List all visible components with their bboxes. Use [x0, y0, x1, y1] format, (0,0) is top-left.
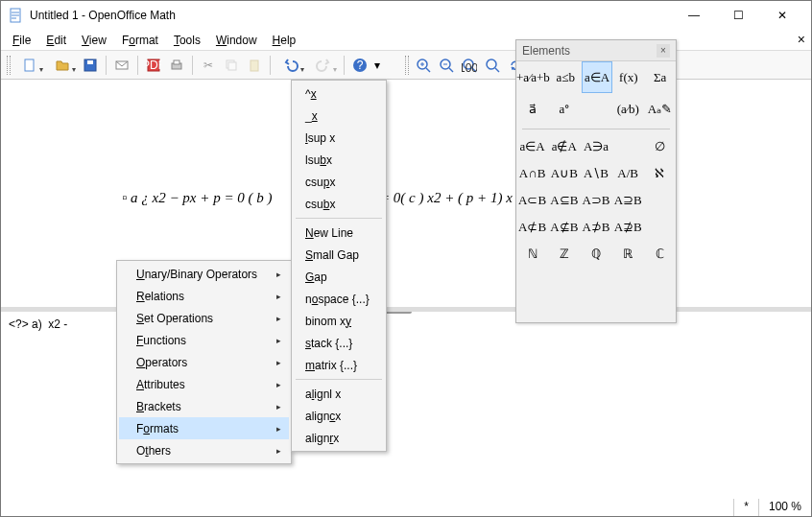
- ctxmenu-set-operations[interactable]: Set Operations▸: [119, 307, 289, 329]
- menu-help[interactable]: Help: [265, 32, 304, 49]
- help-button[interactable]: ?: [349, 55, 370, 76]
- formats--x[interactable]: _x: [294, 105, 384, 127]
- elements-op[interactable]: A⊃B: [580, 187, 611, 214]
- ctxmenu-unary-binary-operators[interactable]: Unary/Binary Operators▸: [119, 263, 289, 285]
- formats-new-line[interactable]: New Line: [294, 222, 384, 244]
- elements-op[interactable]: A⊇B: [612, 187, 644, 214]
- ctxmenu-attributes[interactable]: Attributes▸: [119, 373, 289, 395]
- ctxmenu-brackets[interactable]: Brackets▸: [119, 395, 289, 417]
- elements-cell[interactable]: a≤b: [550, 61, 582, 93]
- elements-op[interactable]: A∪B: [548, 160, 580, 187]
- elements-op[interactable]: ℕ: [516, 241, 548, 268]
- formats--x[interactable]: ^x: [294, 82, 384, 105]
- menu-format[interactable]: Format: [114, 32, 166, 49]
- menu-window[interactable]: Window: [208, 32, 265, 49]
- elements-close-icon[interactable]: ×: [657, 44, 670, 58]
- elements-op[interactable]: ℚ: [580, 241, 611, 268]
- elements-op[interactable]: a∉A: [548, 133, 580, 160]
- elements-op[interactable]: A⊉B: [612, 214, 644, 241]
- zoom-out-button[interactable]: [436, 55, 457, 76]
- save-button[interactable]: [80, 55, 101, 76]
- formats-lsup-x[interactable]: lsup x: [294, 127, 384, 149]
- formats-csub-x[interactable]: csub x: [294, 193, 384, 215]
- formats-lsub-x[interactable]: lsub x: [294, 149, 384, 171]
- undo-button[interactable]: [275, 55, 306, 76]
- elements-op[interactable]: A⊆B: [548, 187, 580, 214]
- menu-file[interactable]: File: [5, 32, 38, 49]
- elements-op[interactable]: ℂ: [644, 241, 676, 268]
- elements-op[interactable]: [644, 214, 676, 241]
- elements-op[interactable]: A⊅B: [580, 214, 611, 241]
- formats-alignl-x[interactable]: alignl x: [294, 383, 384, 405]
- formats-small-gap[interactable]: Small Gap: [294, 244, 384, 266]
- toolbar-overflow[interactable]: ▾: [372, 55, 382, 76]
- formats-matrix-[interactable]: matrix {...}: [294, 354, 384, 376]
- elements-cell[interactable]: f(x): [612, 61, 644, 93]
- titlebar: Untitled 1 - OpenOffice Math — ☐ ✕: [1, 1, 811, 30]
- elements-cell[interactable]: [580, 93, 611, 125]
- elements-op[interactable]: A∖B: [580, 160, 611, 187]
- ctxmenu-operators[interactable]: Operators▸: [119, 351, 289, 373]
- zoom-page-button[interactable]: [482, 55, 503, 76]
- elements-op[interactable]: A⊂B: [516, 187, 548, 214]
- formats-alignc-x[interactable]: alignc x: [294, 405, 384, 427]
- redo-button[interactable]: [308, 55, 339, 76]
- menu-view[interactable]: View: [74, 32, 114, 49]
- elements-op[interactable]: ℵ: [644, 160, 676, 187]
- elements-op[interactable]: a∈A: [516, 133, 548, 160]
- zoom-in-button[interactable]: [413, 55, 434, 76]
- elements-op[interactable]: A∩B: [516, 160, 548, 187]
- elements-op[interactable]: A⊈B: [548, 214, 580, 241]
- print-button[interactable]: [166, 55, 187, 76]
- formats-gap[interactable]: Gap: [294, 266, 384, 288]
- doc-close-icon[interactable]: ×: [798, 32, 805, 47]
- elements-op[interactable]: ℝ: [612, 241, 644, 268]
- zoom-100-button[interactable]: 100: [459, 55, 480, 76]
- elements-cell[interactable]: a⃗: [516, 93, 548, 125]
- elements-op[interactable]: [612, 133, 644, 160]
- elements-header[interactable]: Elements ×: [516, 40, 676, 61]
- formats-submenu: ^x_xlsup xlsub xcsup xcsub xNew LineSmal…: [291, 80, 387, 452]
- elements-cell[interactable]: aᐤ: [548, 93, 580, 125]
- window-title: Untitled 1 - OpenOffice Math: [30, 9, 673, 22]
- ctxmenu-others[interactable]: Others▸: [119, 439, 289, 461]
- formats-alignr-x[interactable]: alignr x: [294, 427, 384, 449]
- ctxmenu-functions[interactable]: Functions▸: [119, 329, 289, 351]
- menu-edit[interactable]: Edit: [38, 32, 74, 49]
- ctxmenu-formats[interactable]: Formats▸: [119, 417, 289, 439]
- elements-op[interactable]: A/B: [612, 160, 644, 187]
- email-button[interactable]: [111, 55, 132, 76]
- elements-op[interactable]: A∋a: [580, 133, 611, 160]
- formats-nospace-[interactable]: nospace {...}: [294, 288, 384, 310]
- elements-op[interactable]: ∅: [644, 133, 676, 160]
- svg-rect-3: [87, 60, 93, 64]
- elements-cell[interactable]: +a⁄a+b: [516, 61, 550, 93]
- elements-cell[interactable]: Σa: [644, 61, 676, 93]
- formats-stack-[interactable]: stack {...}: [294, 332, 384, 354]
- cut-button[interactable]: ✂: [198, 55, 219, 76]
- elements-op[interactable]: [644, 187, 676, 214]
- elements-cell[interactable]: (a⁄b): [612, 93, 644, 125]
- formats-csup-x[interactable]: csup x: [294, 171, 384, 193]
- minimize-button[interactable]: —: [673, 2, 715, 29]
- copy-button[interactable]: [221, 55, 242, 76]
- maximize-button[interactable]: ☐: [717, 2, 759, 29]
- formats-binom-x-y[interactable]: binom x y: [294, 310, 384, 332]
- pdf-export-button[interactable]: PDF: [143, 55, 164, 76]
- toolbar2-handle[interactable]: [405, 56, 409, 75]
- new-doc-button[interactable]: [14, 55, 45, 76]
- elements-panel[interactable]: Elements × +a⁄a+ba≤ba∈Af(x)Σa a⃗aᐤ(a⁄b)A…: [515, 39, 677, 323]
- close-button[interactable]: ✕: [761, 2, 803, 29]
- paste-button[interactable]: [244, 55, 265, 76]
- open-button[interactable]: [47, 55, 78, 76]
- elements-cell[interactable]: Aₐ✎: [644, 93, 676, 125]
- ctxmenu-relations[interactable]: Relations▸: [119, 285, 289, 307]
- toolbar-handle[interactable]: [7, 56, 11, 75]
- elements-op[interactable]: ℤ: [548, 241, 580, 268]
- menu-tools[interactable]: Tools: [166, 32, 208, 49]
- app-icon: [9, 8, 24, 23]
- context-menu: Unary/Binary Operators▸Relations▸Set Ope…: [116, 260, 292, 464]
- elements-op[interactable]: A⊄B: [516, 214, 548, 241]
- elements-cell[interactable]: a∈A: [582, 61, 613, 93]
- svg-rect-11: [251, 60, 258, 71]
